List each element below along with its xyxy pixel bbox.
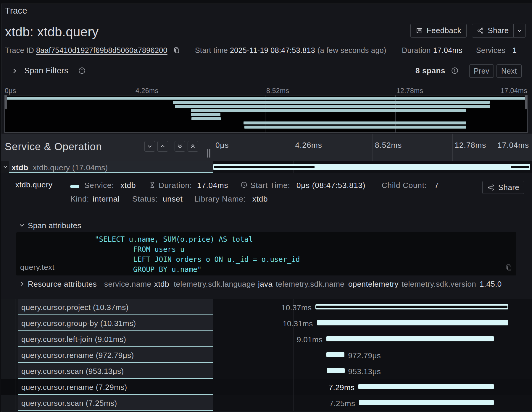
span-row[interactable]: query.cursor.rename (972.79μs)972.79μs [1, 347, 532, 363]
span-duration-label: 7.25ms [329, 399, 355, 408]
span-name-cell[interactable]: query.cursor.scan (953.13μs) [18, 363, 213, 379]
resource-attr-key: telemetry.sdk.name [276, 280, 344, 289]
span-filters-chevron-icon[interactable] [11, 67, 18, 75]
row-gutter [1, 395, 18, 411]
timeline-gridline [453, 347, 453, 363]
span-row[interactable]: query.cursor.rename (7.29ms)7.29ms [1, 379, 532, 395]
detail-start-label: Start Time: [250, 181, 290, 190]
ruler-tick-label: 8.52ms [375, 141, 402, 150]
share-dropdown-button[interactable] [514, 24, 525, 37]
span-bar[interactable] [327, 368, 345, 373]
minimap-span-bar [191, 109, 466, 112]
span-name-cell[interactable]: query.cursor.group-by (10.31ms) [18, 315, 213, 331]
span-name: query.cursor.group-by (10.31ms) [21, 319, 136, 328]
span-bar[interactable] [359, 400, 494, 405]
expand-all-button[interactable] [188, 141, 198, 152]
minimap-tick-label: 4.26ms [136, 87, 158, 95]
timeline-gridline [453, 363, 453, 379]
collapse-one-button[interactable] [144, 141, 155, 152]
start-time-label: Start time [195, 46, 228, 55]
tree-indent-guide [15, 363, 15, 379]
span-row[interactable]: query.cursor.scan (7.25ms)7.25ms [1, 395, 532, 411]
library-name-label: Library Name: [194, 194, 246, 204]
span-duration-label: 953.13μs [348, 367, 381, 376]
minimap-span-bar [244, 121, 466, 124]
span-attributes-title[interactable]: Span attributes [28, 221, 81, 230]
span-name: query.cursor.rename (972.79μs) [21, 351, 134, 360]
root-service-name: xtdb [12, 163, 28, 172]
span-name: query.cursor.rename (7.29ms) [21, 383, 127, 392]
copy-icon[interactable] [505, 264, 513, 271]
span-row[interactable]: query.cursor.left-join (9.01ms)9.01ms [1, 331, 532, 347]
span-row[interactable]: query.cursor.project (10.37ms)10.37ms [1, 299, 532, 315]
resource-attr-value: opentelemetry [348, 280, 399, 289]
expand-one-button[interactable] [157, 141, 168, 152]
span-row[interactable]: query.cursor.scan (953.13μs)953.13μs [1, 363, 532, 379]
span-name-cell[interactable]: query.cursor.project (10.37ms) [18, 299, 213, 315]
trace-minimap[interactable] [4, 95, 528, 133]
copy-icon[interactable] [173, 46, 180, 54]
span-row[interactable]: query.cursor.group-by (10.31ms)10.31ms [1, 315, 532, 331]
ruler-tick-label: 12.78ms [455, 141, 486, 150]
minimap-span-bar [5, 97, 525, 100]
span-name-cell[interactable]: query.cursor.rename (972.79μs) [18, 347, 213, 363]
trace-id-value[interactable]: 8aaf75410d1927f69b8d5060a7896200 [36, 46, 167, 55]
timeline-ruler: 0μs4.26ms8.52ms12.78ms17.04ms [213, 134, 532, 161]
span-attributes-table: query.text "SELECT u.name, SUM(o.price) … [16, 232, 516, 275]
timeline-gridline [293, 331, 294, 347]
resource-attr-value: java [258, 280, 273, 289]
span-bar[interactable] [358, 384, 494, 389]
attribute-key: query.text [20, 263, 54, 272]
span-filters-title[interactable]: Span Filters [24, 66, 68, 75]
clock-icon [240, 181, 248, 189]
root-span-timeline[interactable] [213, 161, 532, 173]
critical-path-segment [511, 166, 529, 168]
attribute-value: "SELECT u.name, SUM(o.price) AS total FR… [95, 234, 300, 275]
span-name-cell[interactable]: query.cursor.scan (7.25ms) [18, 395, 213, 411]
timeline-gridline [293, 379, 294, 395]
span-name-cell[interactable]: query.cursor.left-join (9.01ms) [18, 331, 213, 347]
span-name: query.cursor.project (10.37ms) [21, 303, 129, 312]
column-resize-handle[interactable] [207, 149, 212, 158]
resource-attributes-chevron-icon[interactable] [18, 280, 25, 287]
detail-child-count-label: Child Count: [382, 181, 427, 190]
span-attributes-chevron-icon[interactable] [18, 222, 25, 229]
span-share-button[interactable]: Share [482, 181, 524, 194]
minimap-right-handle[interactable] [525, 95, 527, 109]
root-span-name-cell[interactable]: xtdb xtdb.query (17.04ms) [9, 161, 213, 173]
span-timeline[interactable]: 10.31ms [213, 315, 532, 331]
timeline-gridline [293, 395, 294, 411]
span-name-cell[interactable]: query.cursor.rename (7.29ms) [18, 379, 213, 395]
span-timeline[interactable]: 7.29ms [213, 379, 532, 395]
minimap-span-bar [244, 126, 466, 129]
prev-span-button[interactable]: Prev [469, 64, 494, 78]
span-timeline[interactable]: 10.37ms [213, 299, 532, 315]
minimap-tick-label: 8.52ms [266, 87, 289, 95]
span-timeline[interactable]: 972.79μs [213, 347, 532, 363]
row-gutter [1, 347, 18, 363]
collapse-children-icon[interactable] [2, 163, 9, 170]
root-gutter [1, 161, 9, 173]
span-bar[interactable] [326, 336, 494, 341]
feedback-button[interactable]: Feedback [410, 24, 467, 38]
next-span-button[interactable]: Next [496, 64, 522, 78]
critical-path-segment [214, 166, 315, 168]
span-count-info-icon[interactable] [451, 67, 459, 74]
span-timeline[interactable]: 9.01ms [213, 331, 532, 347]
minimap-axis: 0μs4.26ms8.52ms12.78ms17.04ms [0, 87, 532, 95]
tree-indent-guide [15, 315, 15, 331]
span-timeline[interactable]: 7.25ms [213, 395, 532, 411]
span-bar[interactable] [317, 320, 508, 325]
share-button[interactable]: Share [472, 24, 514, 37]
span-row-root[interactable]: xtdb xtdb.query (17.04ms) [1, 161, 532, 173]
minimap-left-handle[interactable] [5, 95, 7, 109]
resource-attributes-title[interactable]: Resource attributes [28, 280, 97, 289]
collapse-all-button[interactable] [175, 141, 185, 152]
span-bar[interactable] [326, 352, 344, 357]
ruler-gridline [293, 134, 293, 161]
detail-duration-label: Duration: [159, 181, 192, 190]
detail-start-value: 0μs (08:47:53.813) [296, 181, 365, 190]
span-timeline[interactable]: 953.13μs [213, 363, 532, 379]
span-filters-info-icon[interactable] [78, 67, 86, 74]
status-value: unset [163, 194, 183, 204]
